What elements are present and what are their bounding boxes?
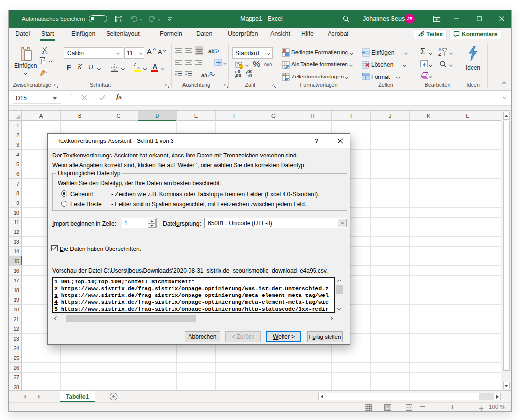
avatar[interactable]: JB <box>405 14 415 24</box>
sort-filter-icon[interactable]: AZ <box>438 47 448 58</box>
collapse-ribbon-icon[interactable] <box>502 81 506 85</box>
row-header-3[interactable]: 3 <box>9 140 22 150</box>
enter-formula-icon[interactable] <box>99 94 106 103</box>
row-header-9[interactable]: 9 <box>9 198 22 208</box>
ribbon-tab-ansicht[interactable]: Ansicht <box>270 28 290 40</box>
row-header-22[interactable]: 22 <box>9 324 22 334</box>
italic-button[interactable]: K <box>78 63 82 71</box>
row-header-14[interactable]: 14 <box>9 247 22 256</box>
row-header-4[interactable]: 4 <box>9 150 22 159</box>
row-header-12[interactable]: 12 <box>9 227 22 237</box>
cell-styles-dropdown-icon[interactable] <box>345 76 348 79</box>
fill-color-icon[interactable] <box>133 62 142 74</box>
grow-font-button[interactable]: A <box>147 47 156 56</box>
name-box[interactable]: D15 <box>13 93 61 104</box>
page-break-view-icon[interactable] <box>406 404 412 413</box>
find-select-icon[interactable] <box>439 60 447 70</box>
file-origin-dropdown-icon[interactable] <box>338 219 347 227</box>
bold-button[interactable]: F <box>67 63 71 71</box>
align-left-icon[interactable] <box>175 60 182 68</box>
format-cells-icon[interactable] <box>362 73 370 83</box>
hscroll-left-button[interactable] <box>318 393 325 400</box>
row-header-17[interactable]: 17 <box>9 276 22 285</box>
shrink-font-button[interactable]: A <box>158 48 167 56</box>
format-painter-icon[interactable] <box>40 68 48 78</box>
zoom-level[interactable]: 100 % <box>489 404 505 410</box>
redo-dropdown-icon[interactable] <box>158 17 161 21</box>
name-box-dropdown-icon[interactable] <box>53 97 57 100</box>
undo-dropdown-icon[interactable] <box>139 17 142 21</box>
row-header-1[interactable]: 1 <box>9 121 22 130</box>
find-dropdown-icon[interactable] <box>449 63 453 67</box>
vertical-scroll-thumb[interactable] <box>503 121 510 371</box>
row-header-10[interactable]: 10 <box>9 208 22 218</box>
decrease-decimal-icon[interactable]: ,00→0 <box>246 70 252 78</box>
spinner-down-button[interactable] <box>148 223 156 228</box>
ribbon-tab-daten[interactable]: Daten <box>196 28 212 40</box>
font-dialog-launcher[interactable] <box>165 82 170 87</box>
preview-scroll-left-icon[interactable] <box>54 316 58 320</box>
insert-function-icon[interactable]: fx <box>116 93 122 101</box>
zoom-out-button[interactable] <box>420 406 425 407</box>
insert-cells-label[interactable]: Einfügen <box>371 49 394 56</box>
scroll-up-button[interactable] <box>503 112 510 120</box>
align-right-icon[interactable] <box>195 60 202 68</box>
ribbon-tab-acrobat[interactable]: Acrobat <box>328 28 348 40</box>
autosum-button[interactable]: Σ <box>420 47 425 56</box>
share-button[interactable]: Teilen <box>414 29 447 39</box>
column-header-E[interactable]: E <box>177 111 216 121</box>
row-header-11[interactable]: 11 <box>9 218 22 227</box>
headers-checkbox[interactable] <box>51 245 58 251</box>
zoom-slider-handle[interactable] <box>452 405 453 409</box>
formula-bar-expand-icon[interactable] <box>503 96 506 99</box>
autosum-dropdown-icon[interactable] <box>429 51 432 55</box>
save-icon[interactable] <box>115 15 123 23</box>
radio-delimited[interactable] <box>61 190 67 197</box>
close-button[interactable] <box>499 16 504 21</box>
decrease-indent-icon[interactable] <box>175 71 182 79</box>
font-size-combo[interactable]: 11 <box>124 47 144 59</box>
font-color-dropdown-icon[interactable] <box>161 67 164 70</box>
number-format-combo[interactable]: Standard <box>232 47 273 59</box>
paste-icon[interactable] <box>19 47 33 63</box>
preview-vscroll-thumb[interactable] <box>336 285 343 294</box>
radio-fixed-width[interactable] <box>61 201 67 207</box>
ideas-button-label[interactable]: Ideen <box>466 64 480 71</box>
row-header-8[interactable]: 8 <box>9 188 22 198</box>
preview-scroll-right-icon[interactable] <box>329 316 333 320</box>
delete-cells-icon[interactable] <box>362 61 370 71</box>
ribbon-tab-überprüfen[interactable]: Überprüfen <box>228 28 258 40</box>
format-as-table-dropdown-icon[interactable] <box>349 63 353 67</box>
search-icon[interactable] <box>342 15 350 23</box>
zoom-slider-track[interactable] <box>428 407 477 407</box>
customize-qat-icon[interactable] <box>167 17 172 21</box>
column-header-C[interactable]: C <box>99 111 138 121</box>
merge-center-icon[interactable] <box>214 59 222 68</box>
radio-delimited-label[interactable]: Getrennt <box>70 191 93 198</box>
insert-cells-icon[interactable] <box>362 48 370 59</box>
borders-icon[interactable] <box>110 63 119 74</box>
row-header-19[interactable]: 19 <box>9 295 22 305</box>
cancel-formula-icon[interactable] <box>81 94 88 103</box>
sheet-tab-active[interactable]: Tabelle1 <box>60 391 95 402</box>
clipboard-dialog-launcher[interactable] <box>54 82 59 87</box>
row-header-25[interactable]: 25 <box>9 353 22 363</box>
scroll-down-button[interactable] <box>503 382 510 389</box>
align-bottom-icon[interactable] <box>195 46 203 55</box>
column-header-L[interactable]: L <box>448 111 487 121</box>
dialog-help-button[interactable]: ? <box>315 137 318 144</box>
conditional-formatting-icon[interactable] <box>282 48 290 59</box>
row-header-26[interactable]: 26 <box>9 363 22 373</box>
maximize-button[interactable] <box>477 16 482 21</box>
column-header-G[interactable]: G <box>254 111 293 121</box>
finish-button[interactable]: Fertig stellen <box>307 331 343 342</box>
column-header-F[interactable]: F <box>216 111 254 121</box>
preview-hscroll-thumb[interactable] <box>66 315 196 322</box>
new-sheet-button[interactable] <box>110 392 118 403</box>
start-row-spinner[interactable]: 1 <box>122 218 157 228</box>
borders-dropdown-icon[interactable] <box>121 67 125 70</box>
page-layout-view-icon[interactable] <box>384 404 391 413</box>
comma-style-button[interactable]: 000 <box>264 62 272 67</box>
row-header-20[interactable]: 20 <box>9 305 22 314</box>
hscroll-track[interactable] <box>326 393 494 400</box>
